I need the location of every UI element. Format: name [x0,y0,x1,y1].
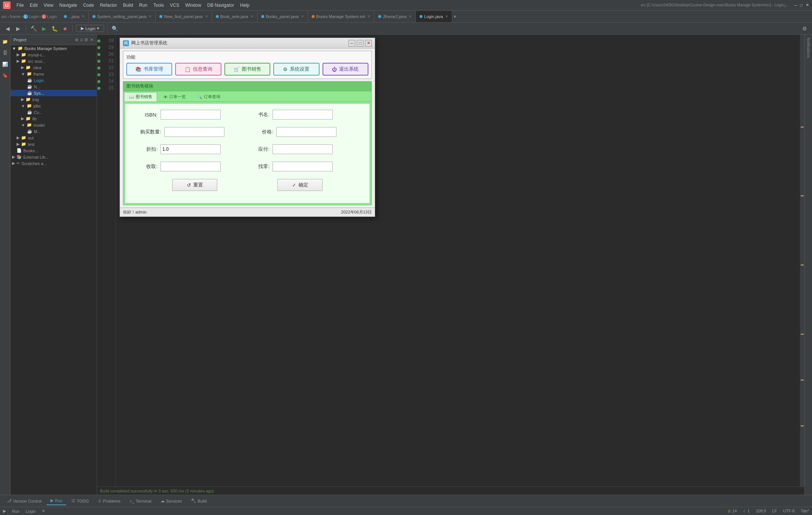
func-btn-settings[interactable]: ⚙ 系统设置 [273,63,319,76]
menu-view[interactable]: View [41,2,56,9]
inner-tab-sales[interactable]: 📖 图书销售 [124,92,157,101]
menu-navigate[interactable]: Navigate [56,2,80,9]
tree-test[interactable]: ▶📁test [11,141,97,147]
dialog-minimize[interactable]: ─ [348,40,355,47]
received-input[interactable] [161,162,221,171]
form-row-2: 购买数量: 价格: [131,127,364,137]
menu-run[interactable]: Run [136,2,150,9]
func-btn-library[interactable]: 📚 书库管理 [126,63,172,76]
dialog-close[interactable]: ✕ [365,40,372,47]
func-btn-info[interactable]: 📋 信息查询 [175,63,221,76]
confirm-button[interactable]: ✓ 确定 [277,179,323,191]
tree-frame[interactable]: ▼📁frame [11,71,97,77]
dialog-maximize[interactable]: □ [357,40,364,47]
toolbar-debug[interactable]: 🐛 [50,24,59,33]
menu-refactor[interactable]: Refactor [97,2,120,9]
project-title: Project [14,38,26,42]
tree-external-lib[interactable]: ▶📚External Lib... [11,154,97,160]
tab-new-find[interactable]: New_find_panel.java ✕ [156,11,212,22]
status-close[interactable]: ✕ [42,509,45,513]
menu-file[interactable]: File [14,2,27,9]
bottom-tab-run[interactable]: ▶Run [47,497,66,505]
tab-jframe2[interactable]: Jframe2.java ✕ [374,11,416,22]
tree-sys[interactable]: ☕Sys... [11,90,97,96]
tree-model[interactable]: ▼📁model [11,122,97,128]
bottom-tab-terminal[interactable]: >_Terminal [126,497,155,505]
due-input[interactable] [273,144,333,154]
bottom-tab-todo[interactable]: ☑TODO [68,497,92,505]
tree-out[interactable]: ▶📁out [11,135,97,141]
sidebar-structure-icon[interactable]: 📊 [1,60,9,68]
bottom-tab-services[interactable]: ☁Services [157,497,186,505]
panel-icon-collapse[interactable]: ≡ [80,37,83,42]
tree-m[interactable]: ☕M... [11,128,97,135]
toolbar-stop[interactable]: ■ [61,24,70,33]
sidebar-db-icon[interactable]: 🗄 [1,49,9,57]
panel-icon-close[interactable]: ✕ [90,37,94,42]
menu-window[interactable]: Window [182,2,205,9]
change-input[interactable] [273,162,333,171]
price-input[interactable] [276,127,336,137]
dialog-window[interactable]: 网 网上书店管理系统 ─ □ ✕ 功能 📚 书库管理 📋 信息查询 [120,38,375,217]
window-maximize[interactable]: □ [800,3,803,8]
menu-db-navigator[interactable]: DB Navigator [204,2,237,9]
toolbar-back[interactable]: ◀ [3,24,12,33]
func-btn-quit[interactable]: ⏻ 退出系统 [323,63,368,76]
tree-scratches[interactable]: ▶✏Scratches a... [11,160,97,167]
tab-book-sele[interactable]: Book_sele.java ✕ [212,11,258,22]
tab-system-setting[interactable]: System_setting_panel.java ✕ [89,11,156,22]
inner-tab-orders[interactable]: 👁 订单一览 [159,92,191,101]
func-btn-sales[interactable]: 🛒 图书销售 [224,63,270,76]
panel-icon-settings[interactable]: ⚙ [84,37,88,42]
bottom-tab-version-control[interactable]: ⎇Version Control [3,497,45,505]
tree-mysql[interactable]: ▶📁mysql-c... [11,52,97,58]
bottom-tab-problems[interactable]: ⚠Problems [94,497,124,505]
tree-src[interactable]: ▶📁src sour... [11,58,97,64]
toolbar-settings[interactable]: ⚙ [800,24,809,33]
tree-co[interactable]: ☕Co... [11,109,97,115]
gutter-dot-5 [97,67,100,70]
menu-vcs[interactable]: VCS [167,2,182,9]
tree-root[interactable]: ▼ 📁 Books Manage System [11,45,97,52]
quantity-input[interactable] [164,127,224,137]
window-minimize[interactable]: ─ [794,3,797,8]
toolbar-forward[interactable]: ▶ [14,24,23,33]
toolbar: ◀ ▶ 🔨 ▶ 🐛 ■ ▶Login▾ 🔍 ⚙ [0,23,812,35]
dialog-title-buttons: ─ □ ✕ [348,40,372,47]
bookname-input[interactable] [273,110,333,120]
tree-books[interactable]: 📄Books... [11,147,97,154]
menu-build[interactable]: Build [120,2,136,9]
tab-java-dots[interactable]: ...java ✕ [60,11,89,22]
menu-edit[interactable]: Edit [27,2,41,9]
tree-login[interactable]: ☕Login [11,77,97,83]
toolbar-build[interactable]: 🔨 [29,24,38,33]
toolbar-run[interactable]: ▶ [39,24,48,33]
tab-more[interactable]: ▾ [454,14,456,19]
inner-tab-order-search[interactable]: 🔍 订单查询 [192,92,225,101]
tree-n[interactable]: ☕N... [11,83,97,90]
status-tab-login[interactable]: Login [26,509,36,513]
sidebar-bookmarks-icon[interactable]: 🔖 [1,71,9,80]
tab-login[interactable]: Login.java ✕ [416,11,452,22]
tab-books-iml[interactable]: Books Manage System.iml ✕ [308,11,374,22]
tree-jdbc[interactable]: ▼📁jdbc [11,103,97,109]
reset-button[interactable]: ↺ 重置 [172,179,217,191]
bottom-tab-build[interactable]: 🔨Build [187,497,211,505]
tab-books-panel[interactable]: Books_panel.java ✕ [258,11,308,22]
toolbar-search[interactable]: 🔍 [111,24,120,33]
tree-lib[interactable]: ▶📁lib [11,115,97,122]
sidebar-project-icon[interactable]: 📁 [1,38,9,46]
menu-code[interactable]: Code [80,2,97,9]
tree-img[interactable]: ▶📁img [11,96,97,103]
menu-tools[interactable]: Tools [150,2,167,9]
status-login-tab[interactable]: Run [12,509,20,513]
scroll-marker-2 [801,195,804,196]
run-config[interactable]: ▶Login▾ [76,25,104,32]
panel-icon-add[interactable]: ⊕ [75,37,79,42]
discount-input[interactable] [161,144,221,154]
tree-idea[interactable]: ▶📁.idea [11,64,97,71]
notifications-label[interactable]: Notifications [806,38,810,58]
isbn-input[interactable] [161,110,221,120]
window-close[interactable]: ✕ [806,3,809,8]
menu-help[interactable]: Help [237,2,253,9]
